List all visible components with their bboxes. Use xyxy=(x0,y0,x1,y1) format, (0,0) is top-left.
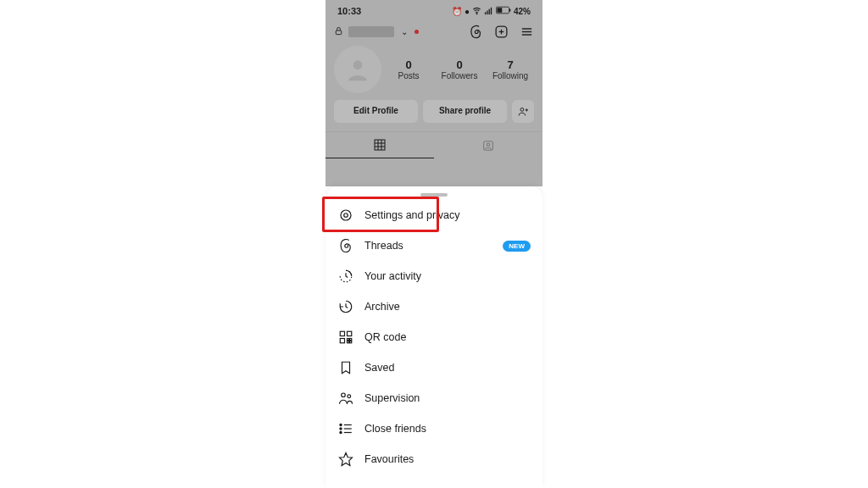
lock-icon xyxy=(334,26,343,37)
svg-rect-32 xyxy=(350,341,352,343)
svg-rect-9 xyxy=(496,26,507,37)
stat-posts[interactable]: 0 Posts xyxy=(385,58,432,80)
svg-rect-29 xyxy=(348,331,352,336)
menu-item-label: Archive xyxy=(364,301,400,313)
new-badge: NEW xyxy=(503,241,531,252)
svg-point-39 xyxy=(340,431,342,433)
saved-icon xyxy=(337,359,354,376)
svg-rect-31 xyxy=(348,339,349,341)
menu-item-activity[interactable]: Your activity xyxy=(326,261,542,291)
svg-rect-30 xyxy=(340,339,344,343)
phone-frame: 10:33 ⏰ ● 42% ⌄ xyxy=(326,0,542,488)
svg-rect-28 xyxy=(340,331,344,336)
qr-icon xyxy=(337,329,354,346)
menu-item-label: Favourites xyxy=(364,453,414,465)
svg-rect-2 xyxy=(487,10,487,14)
username[interactable] xyxy=(348,26,394,37)
svg-rect-33 xyxy=(348,341,349,343)
battery-pct: 42% xyxy=(514,7,531,16)
menu-item-settings[interactable]: Settings and privacy xyxy=(326,200,542,230)
menu-item-label: Saved xyxy=(364,362,394,374)
status-icons: ⏰ ● 42% xyxy=(452,6,531,17)
menu-item-saved[interactable]: Saved xyxy=(326,352,542,383)
svg-rect-1 xyxy=(485,12,486,14)
menu-item-label: QR code xyxy=(364,331,406,343)
stat-followers[interactable]: 0 Followers xyxy=(436,58,483,80)
menu-sheet: Settings and privacyThreadsNEWYour activ… xyxy=(326,186,542,488)
profile-buttons: Edit Profile Share profile xyxy=(326,100,542,131)
menu-item-supervision[interactable]: Supervision xyxy=(326,383,542,413)
edit-profile-button[interactable]: Edit Profile xyxy=(334,100,418,123)
stat-following[interactable]: 7 Following xyxy=(487,58,534,80)
svg-rect-3 xyxy=(488,8,489,14)
svg-rect-24 xyxy=(484,141,493,150)
profile-tabs xyxy=(326,131,542,158)
status-time: 10:33 xyxy=(337,6,361,16)
svg-rect-5 xyxy=(496,7,509,14)
share-profile-button[interactable]: Share profile xyxy=(423,100,507,123)
menu-item-label: Settings and privacy xyxy=(364,209,460,221)
svg-rect-6 xyxy=(497,8,502,13)
svg-point-35 xyxy=(342,393,346,397)
svg-rect-4 xyxy=(491,7,492,14)
settings-icon xyxy=(337,207,354,224)
signal-icon xyxy=(484,6,493,17)
battery-icon xyxy=(496,6,511,16)
alarm-icon: ⏰ xyxy=(452,7,462,16)
svg-point-36 xyxy=(348,395,351,398)
menu-item-label: Your activity xyxy=(364,270,421,282)
menu-item-label: Close friends xyxy=(364,423,426,435)
svg-rect-34 xyxy=(350,339,352,341)
avatar[interactable] xyxy=(334,46,381,93)
dnd-icon: ● xyxy=(465,7,470,16)
svg-rect-8 xyxy=(336,30,341,35)
menu-item-closefriends[interactable]: Close friends xyxy=(326,413,542,444)
svg-marker-43 xyxy=(340,453,353,466)
wifi-icon xyxy=(472,6,481,17)
star-icon xyxy=(337,451,354,468)
svg-point-38 xyxy=(340,428,342,430)
svg-point-16 xyxy=(520,108,523,111)
threads-icon[interactable] xyxy=(468,24,483,39)
menu-item-star[interactable]: Favourites xyxy=(326,444,542,474)
threads-icon xyxy=(337,237,354,254)
activity-icon xyxy=(337,268,354,285)
supervision-icon xyxy=(337,390,354,407)
svg-rect-7 xyxy=(509,8,510,11)
svg-point-26 xyxy=(341,210,351,220)
hamburger-icon[interactable] xyxy=(519,24,534,39)
menu-item-label: Threads xyxy=(364,240,403,252)
menu-item-label: Supervision xyxy=(364,392,420,404)
svg-point-25 xyxy=(487,143,489,146)
menu-item-threads[interactable]: ThreadsNEW xyxy=(326,230,542,261)
tab-tagged[interactable] xyxy=(434,132,542,158)
chevron-down-icon[interactable]: ⌄ xyxy=(401,27,408,36)
archive-icon xyxy=(337,298,354,315)
profile-header: ⌄ xyxy=(326,19,542,44)
svg-point-0 xyxy=(476,13,477,14)
notification-dot xyxy=(415,30,419,34)
closefriends-icon xyxy=(337,420,354,437)
profile-stats-row: 0 Posts 0 Followers 7 Following xyxy=(326,44,542,100)
discover-people-button[interactable] xyxy=(512,100,534,123)
tab-grid[interactable] xyxy=(326,132,434,158)
svg-point-27 xyxy=(344,214,348,218)
menu-item-archive[interactable]: Archive xyxy=(326,291,542,322)
profile-backdrop: 10:33 ⏰ ● 42% ⌄ xyxy=(326,0,542,186)
svg-point-37 xyxy=(340,424,342,425)
svg-rect-19 xyxy=(375,140,385,150)
status-bar: 10:33 ⏰ ● 42% xyxy=(326,0,542,19)
create-icon[interactable] xyxy=(493,24,509,39)
svg-point-15 xyxy=(353,60,363,69)
menu-item-qr[interactable]: QR code xyxy=(326,322,542,352)
sheet-grabber[interactable] xyxy=(420,193,448,197)
